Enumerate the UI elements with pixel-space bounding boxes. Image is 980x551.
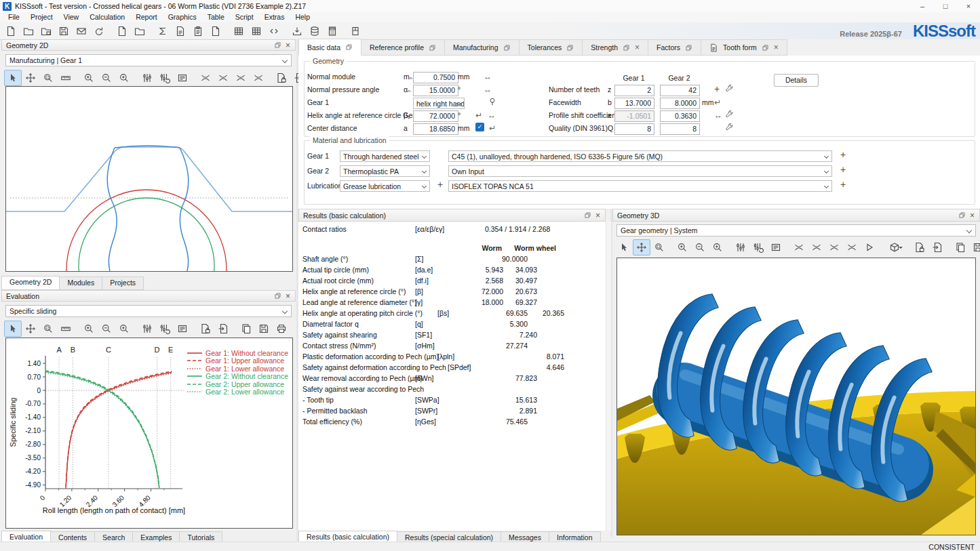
add-material-icon[interactable]	[840, 150, 846, 160]
details-button[interactable]: Details	[774, 74, 819, 87]
comment-icon[interactable]	[174, 70, 191, 86]
facewidth-gear1-input[interactable]: 13.7000	[614, 98, 654, 109]
properties-icon[interactable]	[732, 239, 749, 256]
material-gear1-type-select[interactable]: Through hardened steel	[340, 150, 430, 162]
measure-icon[interactable]	[57, 70, 75, 86]
save-image-icon[interactable]	[255, 321, 273, 337]
add-icon[interactable]	[714, 84, 720, 94]
sync-icon[interactable]	[488, 110, 496, 120]
lubrication-type-select[interactable]: Grease lubrication	[340, 180, 430, 192]
graphic-selector[interactable]: Manufacturing | Gear 1	[5, 54, 292, 66]
teeth-gear1-input[interactable]: 2	[614, 85, 654, 96]
zoom-fit-icon[interactable]	[115, 70, 133, 86]
zoom-out-icon[interactable]	[98, 70, 115, 86]
pan-tool-icon[interactable]	[22, 70, 39, 86]
suggestion-icon[interactable]	[488, 97, 497, 106]
evaluation-selector[interactable]: Specific sliding	[5, 305, 292, 317]
open-file-icon[interactable]	[20, 23, 37, 39]
export-graphic-icon[interactable]	[214, 321, 232, 337]
calc-tab[interactable]: Manufacturing	[445, 39, 520, 56]
calc-tab[interactable]: Basic data	[298, 39, 361, 56]
quality-gear2-input[interactable]: 8	[660, 123, 700, 135]
close-panel-icon[interactable]	[283, 291, 293, 300]
report-icon[interactable]	[172, 23, 189, 39]
add-lubricant-icon[interactable]	[840, 180, 846, 190]
maximize-button[interactable]: □	[934, 1, 957, 12]
zoom-out-icon[interactable]	[98, 321, 115, 337]
print-icon[interactable]	[273, 321, 290, 337]
calc-tab[interactable]: Tooth form	[701, 39, 787, 56]
float-tab-icon[interactable]	[429, 44, 436, 52]
float-tab-icon[interactable]	[623, 44, 630, 52]
protocol-icon[interactable]	[189, 23, 207, 39]
quality-gear1-input[interactable]: 8	[614, 123, 654, 135]
float-panel-icon[interactable]	[273, 291, 283, 300]
zoom-rect-icon[interactable]	[650, 239, 668, 256]
zoom-fit-icon[interactable]	[115, 321, 133, 337]
open-document-icon[interactable]	[131, 23, 149, 39]
pan-tool-icon[interactable]	[22, 321, 39, 337]
zoom-rect-icon[interactable]	[39, 321, 57, 337]
script-editor-icon[interactable]	[265, 23, 283, 39]
center-distance-input[interactable]: 18.6850	[413, 123, 458, 135]
properties-reset-icon[interactable]	[749, 239, 767, 256]
zoom-out-icon[interactable]	[691, 239, 709, 256]
animate-icon[interactable]	[861, 239, 878, 256]
contact-curve-4-icon[interactable]	[843, 239, 861, 256]
convert-icon[interactable]	[714, 98, 721, 107]
add-lubricant-icon[interactable]	[437, 180, 443, 190]
contact-curve-4-icon[interactable]	[250, 70, 267, 86]
calc-tab[interactable]: Tolerances	[520, 39, 583, 56]
menu-item[interactable]: Graphics	[163, 12, 202, 22]
open-locked-file-icon[interactable]	[37, 23, 55, 39]
select-tool-icon[interactable]	[615, 239, 633, 256]
geometry-2d-viewport[interactable]	[5, 86, 293, 272]
zoom-in-icon[interactable]	[80, 70, 98, 86]
teeth-gear2-input[interactable]: 42	[660, 85, 700, 96]
calculate-icon[interactable]	[154, 23, 172, 39]
convert-icon[interactable]	[475, 110, 482, 120]
sync-icon[interactable]	[714, 110, 722, 120]
float-tab-icon[interactable]	[685, 44, 692, 52]
normal-module-input[interactable]: 0.7500	[413, 72, 458, 83]
contact-curve-3-icon[interactable]	[825, 239, 843, 256]
geometry-3d-selector[interactable]: Gear geometry | System	[616, 224, 976, 237]
measure-icon[interactable]	[57, 321, 75, 337]
send-email-icon[interactable]	[73, 23, 90, 39]
properties-icon[interactable]	[138, 321, 156, 337]
copy-icon[interactable]	[952, 239, 969, 256]
float-tab-icon[interactable]	[345, 43, 353, 51]
zoom-rect-icon[interactable]	[39, 70, 57, 86]
contact-curve-3-icon[interactable]	[232, 70, 250, 86]
calc-tab[interactable]: Reference profile	[361, 39, 445, 56]
minimize-button[interactable]: –	[911, 1, 934, 12]
contact-curve-1-icon[interactable]	[197, 70, 214, 86]
zoom-in-icon[interactable]	[80, 321, 98, 337]
comment-icon[interactable]	[174, 321, 191, 337]
properties-icon[interactable]	[138, 70, 156, 86]
wrench-icon[interactable]	[725, 110, 734, 119]
close-panel-icon[interactable]	[283, 41, 293, 49]
zoom-in-icon[interactable]	[673, 239, 691, 256]
convert-icon[interactable]	[489, 123, 496, 133]
close-tab-icon[interactable]	[774, 43, 779, 52]
new-file-icon[interactable]	[2, 23, 20, 39]
add-material-icon[interactable]	[840, 165, 846, 175]
save-graphic-icon[interactable]	[197, 321, 214, 337]
contact-curve-2-icon[interactable]	[214, 70, 232, 86]
float-panel-icon[interactable]	[583, 211, 593, 220]
select-tool-icon[interactable]	[4, 321, 22, 337]
menu-item[interactable]: Project	[25, 12, 58, 22]
pdf-report-icon[interactable]	[207, 23, 224, 39]
float-panel-icon[interactable]	[957, 211, 967, 220]
helix-angle-input[interactable]: 72.0000	[413, 110, 458, 122]
center-distance-checkbox[interactable]	[475, 123, 484, 131]
copy-icon[interactable]	[237, 321, 255, 337]
menu-item[interactable]: Report	[130, 12, 163, 22]
panel-tab[interactable]: Modules	[60, 277, 102, 290]
pan-tool-icon[interactable]	[633, 239, 650, 256]
contact-curve-2-icon[interactable]	[808, 239, 825, 256]
calc-tab[interactable]: Factors	[648, 39, 701, 56]
results-scrollbar[interactable]	[606, 222, 611, 531]
menu-item[interactable]: View	[58, 12, 85, 22]
